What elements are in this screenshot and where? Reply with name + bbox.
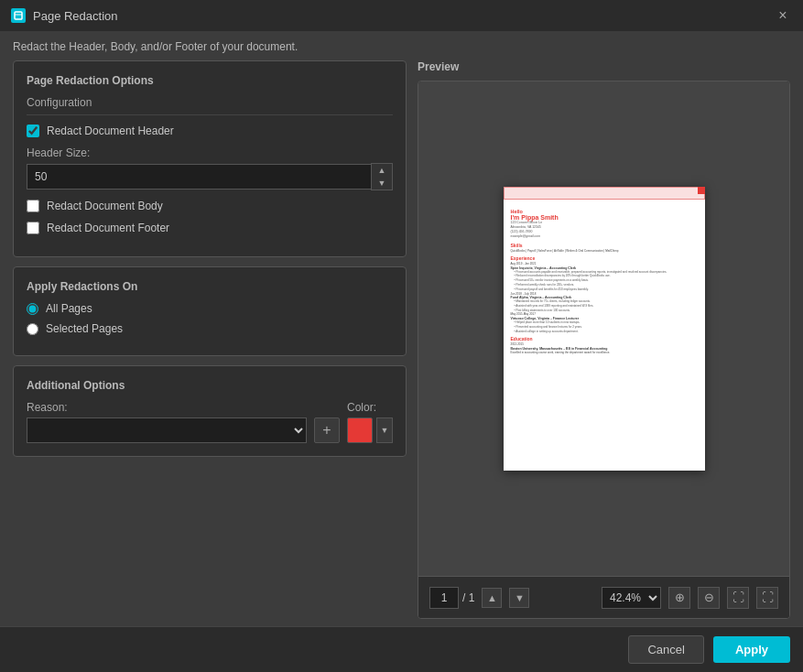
page-total: / 1	[462, 591, 474, 604]
redact-footer-row: Redact Document Footer	[27, 222, 393, 234]
header-size-input-row: 50 ▲ ▼	[27, 163, 393, 190]
redaction-options-section: Page Redaction Options Configuration Red…	[13, 60, 407, 257]
title-bar: Page Redaction ×	[0, 0, 803, 31]
page-redaction-dialog: Page Redaction × Redact the Header, Body…	[0, 0, 803, 672]
page-number-input[interactable]	[429, 587, 459, 609]
right-panel: Preview Hello I'm Pippa Smith 123 Concer…	[418, 60, 790, 619]
all-pages-radio[interactable]	[27, 303, 38, 315]
dialog-subtitle: Redact the Header, Body, and/or Footer o…	[0, 31, 803, 60]
footer: Cancel Apply	[0, 626, 803, 672]
doc-education-head: Education	[511, 336, 698, 341]
selected-pages-radio[interactable]	[27, 323, 38, 335]
page-prev-button[interactable]: ▲	[482, 588, 502, 608]
redact-footer-checkbox[interactable]	[27, 222, 39, 234]
redact-corner-marker	[698, 187, 705, 194]
close-button[interactable]: ×	[774, 6, 792, 25]
page-next-button[interactable]: ▼	[509, 588, 529, 608]
preview-toolbar: / 1 ▲ ▼ 42.4% 50% 75% 100% ⊕ ⊖ ⛶ ⛶	[418, 576, 789, 618]
header-size-input[interactable]: 50	[27, 164, 371, 190]
redact-body-checkbox[interactable]	[27, 200, 39, 212]
header-size-spinners: ▲ ▼	[371, 163, 393, 190]
redact-body-row: Redact Document Body	[27, 200, 393, 212]
header-size-group: Header Size: 50 ▲ ▼	[27, 146, 393, 190]
header-size-down[interactable]: ▼	[372, 177, 392, 190]
zoom-in-button[interactable]: ⊕	[668, 587, 690, 609]
left-panel: Page Redaction Options Configuration Red…	[13, 60, 407, 619]
apply-redactions-section: Apply Redactions On All Pages Selected P…	[13, 266, 407, 356]
header-size-up[interactable]: ▲	[372, 164, 392, 177]
doc-edu-text: Excelled in accounting course work, earn…	[511, 351, 698, 355]
color-label: Color:	[347, 401, 393, 414]
additional-options-title: Additional Options	[27, 379, 393, 392]
color-picker-box[interactable]	[347, 417, 373, 443]
doc-exp2-bullets: • Maintained records for 70+ clients, in…	[511, 299, 698, 312]
apply-button[interactable]: Apply	[713, 636, 790, 663]
color-dropdown-button[interactable]: ▼	[376, 417, 393, 443]
doc-skills-head: Skills	[511, 243, 698, 248]
reason-row: Reason: + Color: ▼	[27, 401, 393, 443]
svg-rect-0	[15, 12, 22, 19]
preview-doc-area: Hello I'm Pippa Smith 123 Concern Moon L…	[418, 81, 789, 576]
header-size-label: Header Size:	[27, 146, 393, 159]
all-pages-row: All Pages	[27, 302, 393, 315]
apply-redactions-title: Apply Redactions On	[27, 280, 393, 293]
redact-body-label: Redact Document Body	[47, 200, 163, 212]
title-bar-left: Page Redaction	[11, 8, 118, 23]
doc-exp3-bullets: • Helped place more than 10 students in …	[511, 320, 698, 333]
doc-experience-head: Experience	[511, 255, 698, 261]
cancel-button[interactable]: Cancel	[628, 635, 703, 664]
reason-select[interactable]	[27, 417, 307, 443]
redact-header-bar	[504, 187, 705, 200]
additional-options-section: Additional Options Reason: + Color: ▼	[13, 365, 407, 457]
redact-header-label: Redact Document Header	[47, 125, 174, 137]
zoom-select[interactable]: 42.4% 50% 75% 100%	[602, 587, 661, 609]
zoom-out-button[interactable]: ⊖	[698, 587, 720, 609]
page-nav: / 1	[429, 587, 474, 609]
redact-header-row: Redact Document Header	[27, 125, 393, 137]
doc-name: I'm Pippa Smith	[511, 214, 698, 221]
selected-pages-label: Selected Pages	[46, 322, 123, 335]
reason-input-wrap: Reason:	[27, 401, 307, 443]
main-content: Page Redaction Options Configuration Red…	[0, 60, 803, 626]
preview-label: Preview	[418, 60, 790, 73]
redact-header-checkbox[interactable]	[27, 125, 39, 137]
color-btn-wrap: ▼	[347, 417, 393, 443]
dialog-title: Page Redaction	[33, 9, 118, 23]
fit-page-button[interactable]: ⛶	[727, 587, 749, 609]
add-reason-button[interactable]: +	[314, 417, 340, 443]
dialog-icon	[11, 8, 26, 23]
doc-page: Hello I'm Pippa Smith 123 Concern Moon L…	[504, 187, 705, 471]
redact-footer-label: Redact Document Footer	[47, 222, 169, 234]
reason-label: Reason:	[27, 401, 307, 414]
config-subtitle: Configuration	[27, 96, 393, 115]
fullscreen-button[interactable]: ⛶	[756, 587, 778, 609]
color-col: Color: ▼	[347, 401, 393, 443]
doc-exp1-bullets: • Processed accounts payable and receiva…	[511, 270, 698, 292]
section-title: Page Redaction Options	[27, 74, 393, 87]
doc-content: Hello I'm Pippa Smith 123 Concern Moon L…	[511, 209, 698, 354]
preview-box: Hello I'm Pippa Smith 123 Concern Moon L…	[418, 81, 790, 619]
doc-info: 123 Concern Moon Ln Alexandria, VA 12345…	[511, 221, 698, 239]
all-pages-label: All Pages	[46, 302, 92, 315]
selected-pages-row: Selected Pages	[27, 322, 393, 335]
doc-skills-text: QuickBooks | Payroll | SalesForce | AirT…	[511, 249, 698, 254]
